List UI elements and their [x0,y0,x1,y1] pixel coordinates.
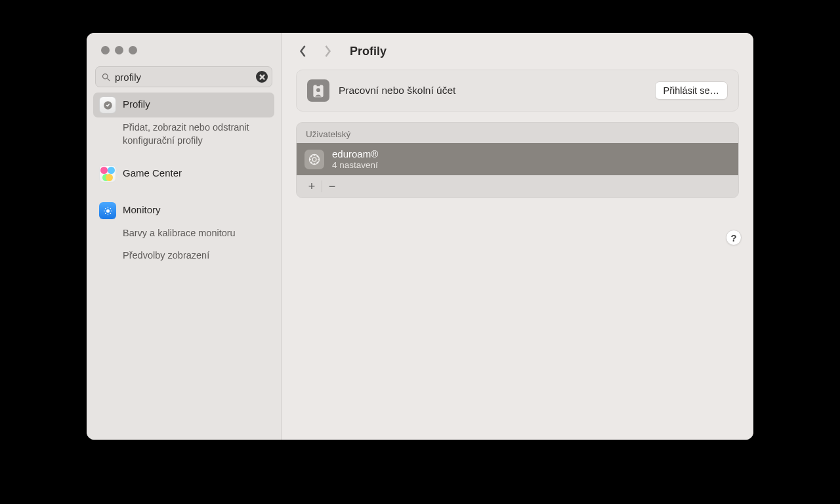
sidebar-item-displays[interactable]: Monitory [93,198,274,223]
remove-profile-button[interactable]: − [324,178,341,195]
back-button[interactable] [296,45,309,58]
svg-point-5 [106,209,110,213]
main-pane: Profily Pracovní nebo školní účet Přihlá… [282,33,753,440]
work-school-account-card: Pracovní nebo školní účet Přihlásit se… [296,70,739,112]
svg-line-25 [311,161,312,163]
displays-icon [99,202,116,219]
svg-line-13 [110,208,110,209]
help-button[interactable]: ? [726,230,742,245]
chevron-left-icon [299,45,307,58]
profile-row-eduroam[interactable]: eduroam® 4 nastavení [297,143,738,175]
search-input[interactable] [111,72,256,83]
sign-in-button[interactable]: Přihlásit se… [655,81,728,100]
profiles-list-footer: + − [297,175,738,198]
separator [322,180,322,192]
profile-detail: 4 nastavení [332,160,378,170]
sidebar-item-label: Profily [123,96,150,110]
id-badge-icon [307,79,329,102]
svg-point-18 [312,158,316,161]
forward-button [321,45,334,58]
account-card-label: Pracovní nebo školní účet [339,85,646,96]
toolbar: Profily [282,33,753,70]
svg-line-12 [105,213,106,213]
sidebar: Profily Přidat, zobrazit nebo odstranit … [87,33,282,440]
minimize-icon[interactable] [115,46,123,54]
profile-name: eduroam® [332,148,378,160]
sidebar-sub-colors[interactable]: Barvy a kalibrace monitoru [93,223,274,245]
profiles-list: Uživatelský eduroam® 4 nastavení + − [296,122,739,198]
gamecenter-icon [99,165,116,182]
sidebar-item-gamecenter[interactable]: Game Center [93,161,274,186]
page-title: Profily [350,45,387,58]
zoom-icon[interactable] [129,46,137,54]
sidebar-sub-prefs[interactable]: Předvolby zobrazení [93,245,274,268]
svg-line-11 [110,213,110,213]
search-field[interactable] [95,66,272,87]
sidebar-item-label: Monitory [123,202,161,215]
svg-line-23 [311,156,312,157]
svg-point-0 [103,74,108,79]
x-icon [259,74,265,80]
close-icon[interactable] [101,46,110,54]
add-profile-button[interactable]: + [303,178,320,195]
sidebar-item-profiles[interactable]: Profily [93,93,274,117]
chevron-right-icon [324,45,332,58]
svg-line-24 [317,161,318,163]
gear-icon [304,150,324,169]
svg-line-26 [317,156,318,157]
search-icon [101,72,111,82]
window-controls[interactable] [87,46,281,54]
svg-line-10 [105,208,106,209]
svg-point-16 [316,88,320,92]
settings-window: Profily Přidat, zobrazit nebo odstranit … [87,33,753,440]
profiles-section-header: Uživatelský [297,123,738,143]
profiles-icon [99,96,116,114]
sidebar-item-label: Game Center [123,165,182,178]
clear-search-button[interactable] [256,71,268,83]
sidebar-item-profiles-desc[interactable]: Přidat, zobrazit nebo odstranit konfigur… [93,117,274,152]
svg-rect-15 [316,83,320,86]
svg-line-1 [107,78,110,81]
